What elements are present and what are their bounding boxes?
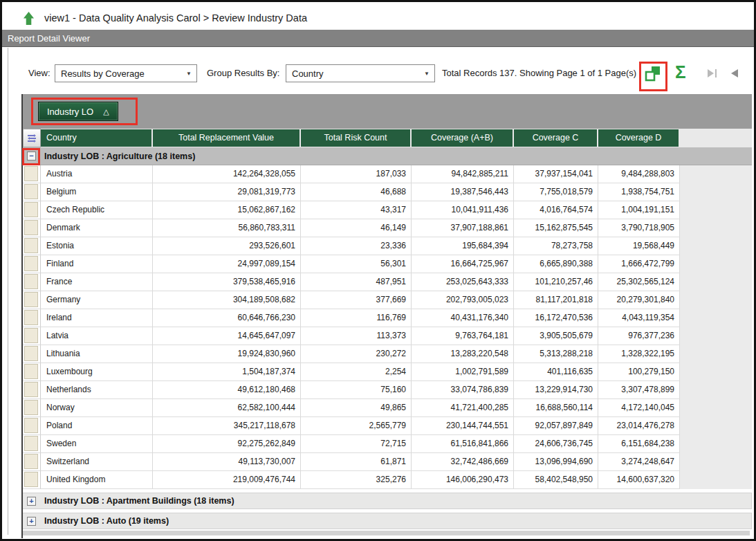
table-row[interactable]: France379,538,465,916487,951253,025,643,…	[23, 273, 752, 291]
row-selector[interactable]	[23, 165, 41, 183]
country-cell: Latvia	[41, 327, 153, 345]
row-selector[interactable]	[23, 255, 41, 273]
records-status: Total Records 137. Showing Page 1 of 1 P…	[442, 63, 636, 84]
country-cell: Ireland	[41, 309, 153, 327]
table-row[interactable]: Switzerland49,113,730,00761,87132,742,48…	[23, 453, 752, 471]
expand-group-icon[interactable]: +	[27, 517, 36, 526]
row-selector[interactable]	[23, 453, 41, 471]
value-cell: 49,113,730,007	[153, 453, 301, 471]
value-cell: 23,336	[301, 237, 412, 255]
value-cell: 33,074,786,839	[412, 381, 514, 399]
row-filler	[680, 453, 752, 471]
table-row[interactable]: Sweden92,275,262,84972,71561,516,841,866…	[23, 435, 752, 453]
row-selector[interactable]	[23, 363, 41, 381]
group-by-tag-industry-lob[interactable]: Industry LO △	[38, 102, 118, 121]
row-selector[interactable]	[23, 183, 41, 201]
row-selector[interactable]	[23, 435, 41, 453]
table-row[interactable]: Belgium29,081,319,77346,68819,387,546,44…	[23, 183, 752, 201]
group-row[interactable]: −Industry LOB : Agriculture (18 items)	[23, 147, 752, 165]
table-row[interactable]: Czech Republic15,062,867,16243,31710,041…	[23, 201, 752, 219]
column-header-total-replacement-value[interactable]: Total Replacement Value	[153, 129, 299, 147]
row-selector[interactable]	[23, 291, 41, 309]
table-row[interactable]: Poland345,217,118,6782,565,779230,144,74…	[23, 417, 752, 435]
value-cell: 1,004,191,151	[598, 201, 680, 219]
sort-ascending-icon: △	[103, 107, 109, 116]
value-cell: 49,865	[301, 399, 412, 417]
table-row[interactable]: Estonia293,526,60123,336195,684,39478,27…	[23, 237, 752, 255]
column-header-total-risk-count[interactable]: Total Risk Count	[301, 129, 410, 147]
expand-group-icon[interactable]: +	[27, 497, 36, 506]
row-selector[interactable]	[23, 345, 41, 363]
value-cell: 62,582,100,444	[153, 399, 301, 417]
row-selector[interactable]	[23, 399, 41, 417]
customize-columns-button[interactable]	[23, 129, 41, 147]
value-cell: 75,160	[301, 381, 412, 399]
column-header-coverage-d[interactable]: Coverage D	[598, 129, 679, 147]
value-cell: 304,189,508,682	[153, 291, 301, 309]
country-cell: Belgium	[41, 183, 153, 201]
customize-columns-icon	[27, 134, 37, 143]
value-cell: 4,172,140,045	[598, 399, 680, 417]
value-cell: 101,210,257,46	[514, 273, 598, 291]
row-selector[interactable]	[23, 273, 41, 291]
column-header-coverage-ab[interactable]: Coverage (A+B)	[412, 129, 513, 147]
table-row[interactable]: Latvia14,645,647,097113,3739,763,764,181…	[23, 327, 752, 345]
row-filler	[680, 399, 752, 417]
previous-page-icon[interactable]	[731, 69, 739, 78]
table-row[interactable]: United Kingdom219,009,476,744325,276146,…	[23, 471, 752, 489]
value-cell: 19,387,546,443	[412, 183, 514, 201]
table-row[interactable]: Netherlands49,612,180,46875,16033,074,78…	[23, 381, 752, 399]
sigma-summary-icon[interactable]: Σ	[675, 62, 686, 83]
report-detail-viewer-window: view1 - Data Quality Analysis Carol > Re…	[0, 0, 756, 541]
value-cell: 10,041,911,436	[412, 201, 514, 219]
row-selector[interactable]	[23, 417, 41, 435]
export-grid-icon[interactable]	[643, 64, 663, 84]
row-selector[interactable]	[23, 201, 41, 219]
value-cell: 16,172,470,536	[514, 309, 598, 327]
collapse-group-icon[interactable]: −	[27, 152, 36, 161]
value-cell: 1,002,791,589	[412, 363, 514, 381]
value-cell: 3,307,478,899	[598, 381, 680, 399]
view-dropdown[interactable]: Results by Coverage ▼	[55, 64, 197, 82]
value-cell: 15,162,875,545	[514, 219, 598, 237]
country-cell: Germany	[41, 291, 153, 309]
table-row[interactable]: Finland24,997,089,15456,30116,664,725,96…	[23, 255, 752, 273]
value-cell: 1,504,187,374	[153, 363, 301, 381]
row-selector[interactable]	[23, 237, 41, 255]
value-cell: 43,317	[301, 201, 412, 219]
group-by-dropdown[interactable]: Country ▼	[286, 64, 435, 82]
row-selector[interactable]	[23, 327, 41, 345]
value-cell: 5,313,288,218	[514, 345, 598, 363]
value-cell: 230,144,744,551	[412, 417, 514, 435]
table-row[interactable]: Austria142,264,328,055187,03394,842,885,…	[23, 165, 752, 183]
value-cell: 187,033	[301, 165, 412, 183]
row-filler	[680, 237, 752, 255]
next-page-icon[interactable]	[708, 69, 719, 78]
value-cell: 6,151,684,238	[598, 435, 680, 453]
row-selector[interactable]	[23, 219, 41, 237]
row-selector[interactable]	[23, 381, 41, 399]
column-header-coverage-c[interactable]: Coverage C	[514, 129, 597, 147]
table-row[interactable]: Ireland60,646,766,230116,76940,431,176,3…	[23, 309, 752, 327]
table-row[interactable]: Luxembourg1,504,187,3742,2541,002,791,58…	[23, 363, 752, 381]
group-row[interactable]: +Industry LOB : Auto (19 items)	[23, 513, 752, 529]
row-filler	[680, 417, 752, 435]
value-cell: 16,664,725,967	[412, 255, 514, 273]
row-selector[interactable]	[23, 471, 41, 489]
group-row[interactable]: +Industry LOB : Apartment Buildings (18 …	[23, 493, 752, 509]
row-filler	[680, 309, 752, 327]
table-row[interactable]: Denmark56,860,783,31146,14937,907,188,86…	[23, 219, 752, 237]
value-cell: 56,860,783,311	[153, 219, 301, 237]
horizontal-scrollbar-track[interactable]	[23, 531, 750, 535]
table-row[interactable]: Lithuania19,924,830,960230,27213,283,220…	[23, 345, 752, 363]
value-cell: 3,905,505,679	[514, 327, 598, 345]
table-row[interactable]: Germany304,189,508,682377,669202,793,005…	[23, 291, 752, 309]
value-cell: 2,254	[301, 363, 412, 381]
value-cell: 377,669	[301, 291, 412, 309]
value-cell: 379,538,465,916	[153, 273, 301, 291]
row-selector[interactable]	[23, 309, 41, 327]
table-row[interactable]: Norway62,582,100,44449,86541,721,400,285…	[23, 399, 752, 417]
column-header-country[interactable]: Country	[41, 129, 151, 147]
value-cell: 116,769	[301, 309, 412, 327]
up-arrow-icon[interactable]	[23, 11, 35, 26]
